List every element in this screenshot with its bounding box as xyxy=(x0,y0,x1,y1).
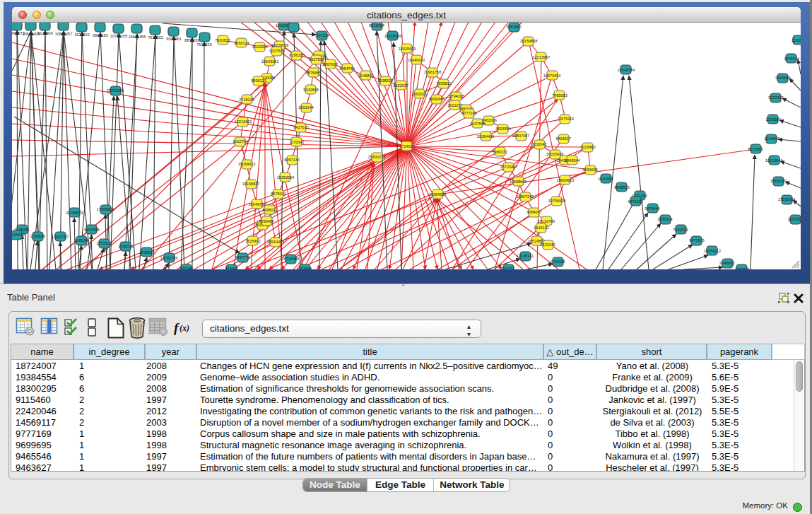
svg-text:12213967: 12213967 xyxy=(533,55,550,59)
svg-text:1170041: 1170041 xyxy=(289,140,304,144)
svg-text:3824554: 3824554 xyxy=(495,127,510,131)
svg-text:9301461: 9301461 xyxy=(166,37,181,41)
svg-text:9463627: 9463627 xyxy=(555,136,570,141)
svg-text:14136141: 14136141 xyxy=(517,254,534,258)
svg-text:8186328: 8186328 xyxy=(289,53,304,57)
svg-text:19054923: 19054923 xyxy=(238,162,255,166)
svg-text:153004: 153004 xyxy=(299,267,312,269)
svg-text:1192346: 1192346 xyxy=(178,267,193,269)
svg-text:9121909: 9121909 xyxy=(37,31,52,35)
svg-text:9699695: 9699695 xyxy=(582,168,597,172)
svg-text:6216041: 6216041 xyxy=(531,142,546,146)
svg-text:19166827: 19166827 xyxy=(242,182,259,186)
svg-text:902211: 902211 xyxy=(502,267,514,269)
svg-text:9777169: 9777169 xyxy=(461,111,476,115)
svg-text:16671355: 16671355 xyxy=(129,35,146,39)
svg-text:1362615: 1362615 xyxy=(411,92,426,96)
svg-text:1527602: 1527602 xyxy=(74,33,89,37)
svg-text:9857771: 9857771 xyxy=(235,255,249,259)
svg-text:1167533: 1167533 xyxy=(787,217,801,221)
svg-text:1538520: 1538520 xyxy=(377,78,392,83)
svg-text:6966160: 6966160 xyxy=(93,33,107,37)
svg-text:7632621: 7632621 xyxy=(673,228,688,232)
svg-text:8912954: 8912954 xyxy=(252,45,267,49)
svg-text:9245652: 9245652 xyxy=(719,261,734,265)
svg-text:2522140: 2522140 xyxy=(540,243,555,247)
svg-text:7515526: 7515526 xyxy=(196,42,211,47)
svg-text:9227342: 9227342 xyxy=(768,95,783,100)
svg-text:1724007: 1724007 xyxy=(399,144,414,148)
svg-text:876341: 876341 xyxy=(225,267,238,269)
svg-text:10719155: 10719155 xyxy=(110,34,127,38)
svg-text:7625402: 7625402 xyxy=(245,239,260,243)
svg-text:16914479: 16914479 xyxy=(267,240,284,244)
svg-text:2603144: 2603144 xyxy=(298,105,313,110)
svg-text:10855257: 10855257 xyxy=(55,32,72,36)
svg-text:(x): (x) xyxy=(180,323,189,333)
svg-text:16782759: 16782759 xyxy=(160,256,177,260)
svg-text:1112051: 1112051 xyxy=(792,38,801,42)
svg-text:8267130: 8267130 xyxy=(284,158,299,162)
svg-text:1244419: 1244419 xyxy=(764,136,779,141)
svg-text:16961758: 16961758 xyxy=(424,70,441,74)
svg-text:7485083: 7485083 xyxy=(552,93,567,98)
svg-text:19756928: 19756928 xyxy=(548,199,565,203)
svg-text:29053346: 29053346 xyxy=(107,88,124,93)
svg-text:19384554: 19384554 xyxy=(429,192,446,197)
svg-text:1640954: 1640954 xyxy=(598,177,613,181)
svg-text:19218506: 19218506 xyxy=(384,34,401,38)
svg-text:8471676: 8471676 xyxy=(689,238,704,243)
svg-text:20206573: 20206573 xyxy=(66,211,83,215)
svg-text:15692971: 15692971 xyxy=(770,179,787,183)
svg-text:7614502: 7614502 xyxy=(148,35,163,40)
svg-text:7663822: 7663822 xyxy=(215,38,230,42)
svg-text:16210643: 16210643 xyxy=(765,158,782,163)
svg-text:10807487: 10807487 xyxy=(512,134,529,138)
svg-text:10046756: 10046756 xyxy=(249,202,266,206)
svg-text:19353594: 19353594 xyxy=(277,175,294,180)
svg-text:16543362: 16543362 xyxy=(261,59,278,64)
svg-text:8498222: 8498222 xyxy=(262,208,277,212)
svg-text:13325419: 13325419 xyxy=(399,47,416,51)
svg-text:f: f xyxy=(174,320,180,335)
svg-text:7986372: 7986372 xyxy=(492,150,507,154)
svg-text:12975115: 12975115 xyxy=(557,117,574,121)
svg-text:9327503: 9327503 xyxy=(269,49,284,53)
svg-text:17016504: 17016504 xyxy=(778,197,795,201)
svg-text:10688609: 10688609 xyxy=(510,180,526,184)
svg-text:8578332: 8578332 xyxy=(271,192,286,196)
svg-text:15720407: 15720407 xyxy=(500,165,517,169)
svg-text:8938923: 8938923 xyxy=(614,185,629,189)
svg-text:8215955: 8215955 xyxy=(748,147,763,151)
svg-text:20364436: 20364436 xyxy=(477,134,494,139)
svg-text:1250513: 1250513 xyxy=(96,241,111,245)
svg-text:9397588: 9397588 xyxy=(84,228,99,232)
svg-text:8813054: 8813054 xyxy=(369,23,384,28)
svg-text:1615132: 1615132 xyxy=(534,226,548,230)
svg-text:1156829: 1156829 xyxy=(30,234,45,238)
svg-text:6794028: 6794028 xyxy=(449,94,464,98)
svg-text:12213302: 12213302 xyxy=(235,119,252,124)
svg-text:1849544: 1849544 xyxy=(565,158,579,163)
svg-text:1575104: 1575104 xyxy=(784,57,799,61)
svg-text:9329966: 9329966 xyxy=(775,76,790,80)
svg-text:1209387: 1209387 xyxy=(765,117,780,122)
svg-text:1733426: 1733426 xyxy=(550,259,565,264)
svg-text:12942757: 12942757 xyxy=(52,235,69,239)
svg-text:9084067: 9084067 xyxy=(526,210,541,214)
svg-text:10120746: 10120746 xyxy=(538,219,555,223)
svg-text:9115460: 9115460 xyxy=(580,145,595,149)
svg-text:16154808: 16154808 xyxy=(520,39,537,43)
svg-text:2935114: 2935114 xyxy=(657,217,672,221)
svg-text:2087682: 2087682 xyxy=(506,25,521,29)
svg-text:16640910: 16640910 xyxy=(408,58,425,62)
svg-text:1192346: 1192346 xyxy=(734,267,749,269)
svg-text:9327508: 9327508 xyxy=(309,57,324,62)
svg-text:17359924: 17359924 xyxy=(97,207,114,211)
svg-text:8099489: 8099489 xyxy=(259,219,273,223)
svg-text:6497568: 6497568 xyxy=(470,122,485,126)
svg-text:9474444: 9474444 xyxy=(645,206,659,211)
svg-text:9242848: 9242848 xyxy=(303,88,318,92)
svg-text:9146821: 9146821 xyxy=(358,74,373,78)
svg-text:8990448: 8990448 xyxy=(429,97,444,101)
